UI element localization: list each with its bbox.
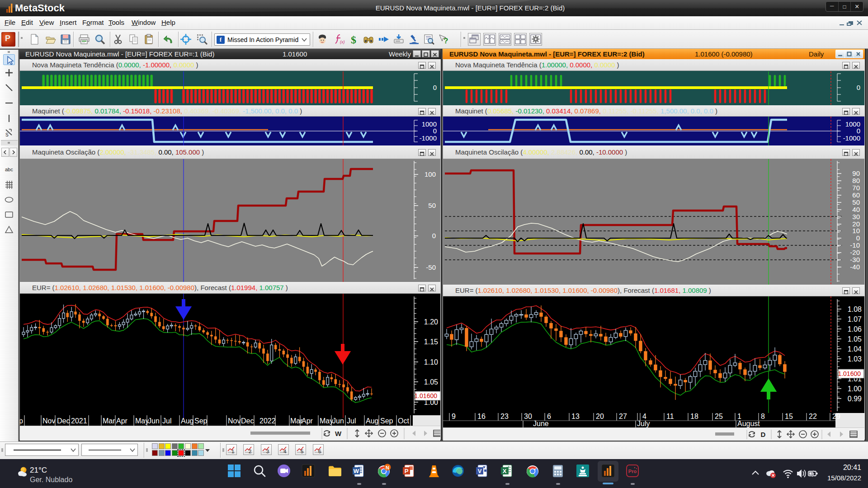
svg-text:25: 25 (715, 413, 723, 420)
svg-text:-40: -40 (850, 263, 860, 271)
svg-text:Sep: Sep (194, 417, 208, 425)
svg-text:2: 2 (249, 449, 251, 454)
svg-text:16: 16 (477, 413, 486, 420)
svg-text:-1000: -1000 (420, 134, 437, 142)
svg-text:18: 18 (690, 413, 698, 420)
svg-text:?: ? (443, 37, 448, 45)
svg-text:3: 3 (266, 449, 269, 454)
svg-text:4: 4 (283, 449, 286, 454)
svg-text:0: 0 (856, 234, 860, 242)
svg-text:D: D (761, 431, 766, 438)
svg-text:Apr: Apr (302, 417, 313, 425)
svg-text:30: 30 (524, 413, 532, 420)
svg-text:23: 23 (500, 413, 509, 420)
svg-text:X: X (503, 468, 507, 474)
svg-text:June: June (533, 420, 549, 427)
svg-text:Dec: Dec (241, 417, 254, 425)
svg-text:0: 0 (433, 84, 437, 91)
svg-text:1.05: 1.05 (848, 335, 862, 343)
svg-text:Jul: Jul (347, 417, 356, 425)
svg-text:-20: -20 (850, 249, 860, 256)
svg-text:S: S (5, 132, 9, 137)
svg-text:1: 1 (231, 449, 234, 454)
svg-text:1.01600: 1.01600 (838, 370, 861, 377)
svg-text:11: 11 (666, 413, 674, 420)
svg-text:2021: 2021 (71, 417, 87, 425)
svg-text:p: p (20, 417, 23, 425)
svg-text:Jun: Jun (332, 417, 344, 425)
svg-text:Nov: Nov (228, 417, 241, 425)
svg-text:40: 40 (852, 206, 860, 213)
svg-text:N: N (386, 465, 389, 470)
svg-text:1.07: 1.07 (848, 315, 862, 323)
svg-text:Pro: Pro (628, 469, 637, 474)
svg-text:100: 100 (425, 170, 436, 178)
svg-text:V: V (478, 468, 482, 474)
svg-text:1.03: 1.03 (848, 355, 862, 363)
svg-text:-50: -50 (426, 263, 436, 271)
svg-text:Apr: Apr (116, 417, 128, 425)
svg-text:0: 0 (857, 127, 860, 135)
svg-text:20: 20 (596, 413, 604, 420)
svg-text:9: 9 (452, 413, 456, 420)
svg-text:2022: 2022 (259, 417, 276, 425)
svg-text:Jul: Jul (162, 417, 171, 425)
svg-text:13: 13 (571, 413, 580, 420)
svg-text:-1000: -1000 (843, 134, 860, 142)
svg-text:-30: -30 (850, 256, 860, 263)
svg-text:0: 0 (432, 232, 436, 239)
svg-text:30: 30 (852, 213, 860, 221)
svg-text:4: 4 (642, 413, 646, 420)
svg-text:1.00: 1.00 (848, 385, 862, 393)
svg-text:6: 6 (547, 413, 551, 420)
svg-text:90: 90 (852, 169, 860, 177)
svg-text:Aug: Aug (366, 417, 378, 425)
svg-text:0: 0 (857, 84, 860, 91)
svg-text:Dec: Dec (57, 417, 70, 425)
svg-text:22: 22 (809, 413, 817, 420)
svg-text:6: 6 (318, 449, 321, 454)
svg-text:1.05: 1.05 (424, 378, 438, 386)
svg-text:W: W (354, 468, 359, 474)
svg-text:P: P (405, 468, 409, 474)
svg-text:29: 29 (832, 413, 840, 420)
svg-text:Mar: Mar (290, 417, 303, 425)
svg-text:(x): (x) (340, 40, 345, 44)
svg-text:July: July (637, 420, 650, 427)
svg-text:Jun: Jun (148, 417, 160, 425)
svg-text:0: 0 (433, 127, 437, 135)
svg-text:1.08: 1.08 (848, 305, 862, 313)
svg-text:1.01600: 1.01600 (414, 392, 437, 399)
svg-text:15: 15 (785, 413, 793, 420)
svg-text:1.04: 1.04 (848, 345, 862, 353)
svg-text:Aug: Aug (181, 417, 193, 425)
svg-text:50: 50 (428, 202, 436, 209)
svg-text:1.06: 1.06 (848, 325, 862, 333)
svg-text:8: 8 (761, 413, 765, 420)
svg-text:abc: abc (5, 167, 13, 172)
svg-text:Sep: Sep (380, 417, 393, 425)
svg-text:1.10: 1.10 (424, 358, 438, 366)
svg-text:Nov: Nov (42, 417, 55, 425)
svg-text:0.99: 0.99 (848, 395, 862, 403)
svg-text:Mar: Mar (103, 417, 115, 425)
svg-text:1: 1 (737, 413, 741, 420)
svg-text:5: 5 (301, 449, 303, 454)
svg-text:1.15: 1.15 (424, 338, 438, 346)
svg-text:80: 80 (852, 177, 860, 184)
svg-text:$: $ (351, 34, 356, 45)
svg-text:-10: -10 (850, 241, 860, 249)
svg-text:1.20: 1.20 (424, 318, 438, 326)
svg-text:70: 70 (852, 184, 860, 192)
svg-text:60: 60 (852, 191, 860, 199)
svg-text:Oct: Oct (398, 417, 409, 425)
svg-text:10: 10 (852, 227, 860, 235)
svg-text:27: 27 (619, 413, 627, 420)
svg-text:W: W (335, 430, 342, 437)
svg-text:50: 50 (852, 198, 860, 206)
svg-text:August: August (737, 420, 760, 427)
